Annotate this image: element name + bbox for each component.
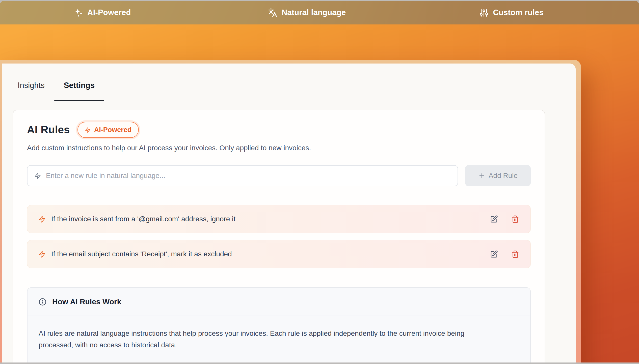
tab-bar: Insights Settings <box>2 64 576 101</box>
new-rule-input[interactable] <box>46 172 451 180</box>
badge-label: AI-Powered <box>94 126 132 134</box>
new-rule-row: Add Rule <box>27 165 531 186</box>
delete-rule-button[interactable] <box>511 250 519 258</box>
feature-custom-rules: Custom rules <box>479 8 544 17</box>
info-box-title: How AI Rules Work <box>52 297 121 306</box>
plus-icon <box>478 172 485 179</box>
section-description: Add custom instructions to help our AI p… <box>27 144 531 152</box>
rule-text: If the invoice is sent from a '@gmail.co… <box>51 215 484 223</box>
sliders-icon <box>479 8 489 17</box>
ai-powered-badge: AI-Powered <box>77 122 139 138</box>
app-window: AI-Powered Natural language Custom rules… <box>0 1 639 362</box>
settings-content: AI Rules AI-Powered Add custom instructi… <box>2 101 576 362</box>
feature-label: Natural language <box>282 8 346 17</box>
tab-label: Insights <box>18 81 45 90</box>
zap-icon <box>38 216 46 223</box>
rule-row: If the invoice is sent from a '@gmail.co… <box>27 205 531 233</box>
delete-rule-button[interactable] <box>511 215 519 223</box>
new-rule-field[interactable] <box>27 165 458 186</box>
ai-rules-card: AI Rules AI-Powered Add custom instructi… <box>13 110 545 362</box>
title-row: AI Rules AI-Powered <box>27 122 531 138</box>
trash-icon <box>511 250 519 258</box>
rule-text: If the email subject contains 'Receipt',… <box>51 250 484 258</box>
info-icon <box>39 298 46 306</box>
rules-list: If the invoice is sent from a '@gmail.co… <box>27 205 531 268</box>
info-box-body: AI rules are natural language instructio… <box>28 316 494 362</box>
feature-banner: AI-Powered Natural language Custom rules <box>0 1 639 24</box>
zap-icon <box>34 172 41 179</box>
edit-rule-button[interactable] <box>490 250 498 258</box>
feature-label: AI-Powered <box>87 8 131 17</box>
tab-settings[interactable]: Settings <box>54 70 104 101</box>
zap-icon <box>85 127 91 133</box>
page-title: AI Rules <box>27 124 70 136</box>
add-rule-label: Add Rule <box>489 172 518 180</box>
add-rule-button[interactable]: Add Rule <box>465 165 531 186</box>
info-box-header: How AI Rules Work <box>28 288 530 316</box>
active-tab-underline <box>54 100 104 101</box>
sparkles-icon <box>74 8 83 17</box>
tab-label: Settings <box>64 81 95 90</box>
edit-icon <box>490 215 498 223</box>
settings-window: Insights Settings AI Rules AI- <box>0 60 581 362</box>
zap-icon <box>38 251 46 258</box>
feature-natural-language: Natural language <box>268 8 346 17</box>
feature-ai-powered: AI-Powered <box>74 8 131 17</box>
edit-rule-button[interactable] <box>490 215 498 223</box>
rule-row: If the email subject contains 'Receipt',… <box>27 240 531 268</box>
trash-icon <box>511 215 519 223</box>
edit-icon <box>490 250 498 258</box>
languages-icon <box>268 8 277 17</box>
settings-window-body: Insights Settings AI Rules AI- <box>2 64 576 362</box>
how-rules-work-box: How AI Rules Work AI rules are natural l… <box>27 287 531 362</box>
tab-insights[interactable]: Insights <box>8 70 54 101</box>
feature-label: Custom rules <box>493 8 544 17</box>
